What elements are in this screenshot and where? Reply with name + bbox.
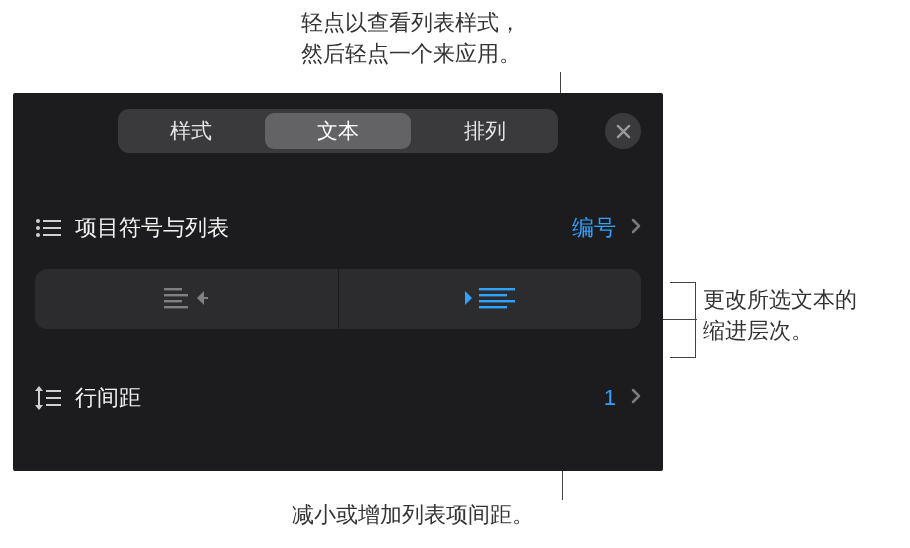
svg-rect-15 bbox=[38, 390, 40, 406]
indent-buttons-group bbox=[13, 259, 663, 339]
line-spacing-label: 行间距 bbox=[75, 383, 604, 413]
chevron-right-icon bbox=[631, 388, 641, 408]
line-spacing-icon bbox=[35, 386, 75, 410]
increase-indent-button[interactable] bbox=[339, 269, 642, 329]
annotation-list-styles: 轻点以查看列表样式， 然后轻点一个来应用。 bbox=[276, 8, 546, 70]
bullets-and-lists-label: 项目符号与列表 bbox=[75, 213, 572, 243]
svg-rect-3 bbox=[43, 227, 61, 229]
tab-style[interactable]: 样式 bbox=[118, 109, 265, 153]
svg-rect-5 bbox=[43, 234, 61, 236]
svg-rect-9 bbox=[164, 306, 188, 308]
svg-point-4 bbox=[36, 233, 40, 237]
svg-rect-16 bbox=[46, 390, 61, 392]
segmented-control: 样式 文本 排列 bbox=[118, 109, 558, 153]
line-spacing-value: 1 bbox=[604, 385, 616, 411]
close-button[interactable] bbox=[605, 113, 641, 149]
decrease-indent-icon bbox=[164, 286, 208, 312]
close-icon bbox=[616, 124, 631, 139]
bullets-list-icon bbox=[35, 218, 75, 238]
annotation-indent: 更改所选文本的 缩进层次。 bbox=[703, 285, 893, 347]
chevron-right-icon bbox=[631, 218, 641, 238]
svg-rect-6 bbox=[164, 288, 182, 290]
svg-rect-18 bbox=[46, 404, 61, 406]
svg-rect-12 bbox=[479, 294, 507, 296]
callout-bracket bbox=[670, 282, 696, 358]
svg-rect-17 bbox=[46, 397, 61, 399]
svg-rect-1 bbox=[43, 220, 61, 222]
svg-rect-10 bbox=[203, 297, 208, 299]
svg-rect-14 bbox=[479, 306, 507, 308]
svg-rect-11 bbox=[479, 288, 515, 290]
bullets-and-lists-value: 编号 bbox=[572, 213, 616, 243]
panel-header: 样式 文本 排列 bbox=[13, 93, 663, 169]
increase-indent-icon bbox=[465, 286, 515, 312]
svg-point-0 bbox=[36, 219, 40, 223]
svg-rect-7 bbox=[164, 294, 188, 296]
bullets-and-lists-row[interactable]: 项目符号与列表 编号 bbox=[13, 197, 663, 259]
decrease-indent-button[interactable] bbox=[35, 269, 338, 329]
line-spacing-row[interactable]: 行间距 1 bbox=[13, 367, 663, 429]
svg-rect-13 bbox=[479, 300, 515, 302]
annotation-spacing: 减小或增加列表项间距。 bbox=[283, 500, 543, 531]
tab-arrange[interactable]: 排列 bbox=[411, 109, 558, 153]
svg-point-2 bbox=[36, 226, 40, 230]
format-panel: 样式 文本 排列 项目符号与列表 编号 bbox=[13, 93, 663, 471]
tab-text[interactable]: 文本 bbox=[265, 109, 412, 153]
svg-rect-8 bbox=[164, 300, 182, 302]
